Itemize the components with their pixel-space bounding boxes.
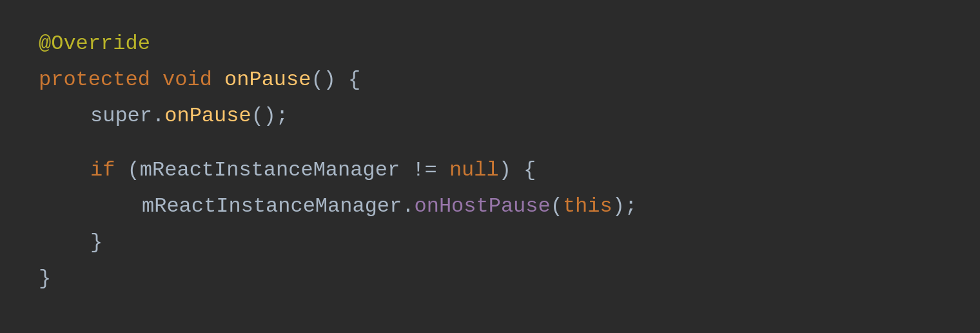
plain-token-semicolon: (); [251, 98, 289, 134]
code-line-6: mReactInstanceManager.onHostPause(this); [39, 188, 941, 225]
plain-token-manager: mReactInstanceManager. [142, 188, 414, 225]
code-line-7: } [39, 225, 941, 261]
keyword-token-this: this [563, 188, 612, 225]
plain-token-super: super. [90, 98, 164, 134]
code-viewer: @Override protected void onPause() { sup… [0, 0, 980, 333]
plain-token-open-paren: ( [551, 188, 563, 225]
code-line-blank [39, 134, 941, 152]
method-token-onhostpause: onHostPause [414, 188, 550, 225]
brace-token-inner: } [90, 225, 103, 261]
code-line-3: super.onPause(); [39, 98, 941, 134]
plain-token-condition: (mReactInstanceManager [128, 152, 413, 188]
code-line-1: @Override [39, 26, 941, 62]
code-line-5: if (mReactInstanceManager != null) { [39, 152, 941, 188]
keyword-token-protected: protected [39, 62, 162, 98]
keyword-token-void: void [162, 62, 224, 98]
code-line-8: } [39, 261, 941, 297]
keyword-token-if: if [90, 152, 128, 188]
operator-token: != [412, 152, 449, 188]
plain-token-close-semicolon: ); [612, 188, 637, 225]
code-line-2: protected void onPause() { [39, 62, 941, 98]
annotation-token: @Override [39, 26, 150, 62]
plain-token-condition-close: ) { [499, 152, 536, 188]
plain-token-paren-brace: () { [311, 62, 360, 98]
method-token-super-onpause: onPause [164, 98, 251, 134]
method-token-onpause: onPause [224, 62, 311, 98]
brace-token-outer: } [39, 261, 51, 297]
keyword-token-null: null [449, 152, 499, 188]
